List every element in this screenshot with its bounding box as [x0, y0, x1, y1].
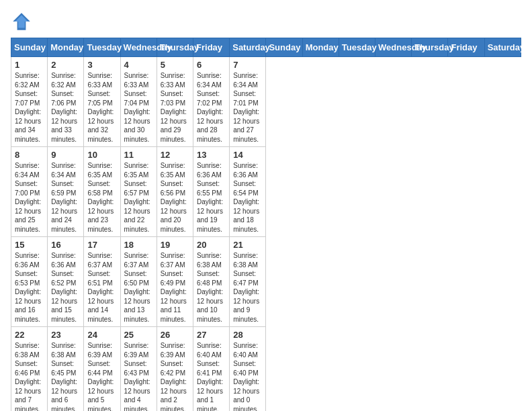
cell-info: Sunrise: 6:38 AM Sunset: 6:48 PM Dayligh…	[197, 251, 226, 324]
logo	[11, 11, 35, 32]
calendar-cell: 28Sunrise: 6:40 AM Sunset: 6:40 PM Dayli…	[230, 327, 266, 412]
cell-info: Sunrise: 6:37 AM Sunset: 6:51 PM Dayligh…	[87, 251, 116, 324]
day-number: 10	[87, 150, 116, 160]
day-number: 17	[87, 240, 116, 250]
calendar-cell: 18Sunrise: 6:37 AM Sunset: 6:50 PM Dayli…	[120, 237, 157, 327]
day-number: 16	[51, 240, 80, 250]
cell-info: Sunrise: 6:32 AM Sunset: 7:07 PM Dayligh…	[15, 71, 44, 144]
col-header-saturday: Saturday	[484, 38, 521, 57]
cell-info: Sunrise: 6:36 AM Sunset: 6:55 PM Dayligh…	[197, 161, 226, 234]
day-number: 13	[197, 150, 226, 160]
logo-icon	[11, 11, 32, 32]
calendar-cell: 26Sunrise: 6:39 AM Sunset: 6:42 PM Dayli…	[157, 327, 193, 412]
calendar-cell: 27Sunrise: 6:40 AM Sunset: 6:41 PM Dayli…	[193, 327, 230, 412]
day-number: 20	[197, 240, 226, 250]
cell-info: Sunrise: 6:37 AM Sunset: 6:50 PM Dayligh…	[124, 251, 153, 324]
calendar-week-4: 22Sunrise: 6:38 AM Sunset: 6:46 PM Dayli…	[11, 327, 521, 412]
cell-info: Sunrise: 6:40 AM Sunset: 6:40 PM Dayligh…	[233, 341, 262, 411]
header-monday: Monday	[48, 38, 84, 57]
calendar-cell: 20Sunrise: 6:38 AM Sunset: 6:48 PM Dayli…	[193, 237, 230, 327]
cell-info: Sunrise: 6:39 AM Sunset: 6:44 PM Dayligh…	[87, 341, 116, 411]
header-friday: Friday	[193, 38, 230, 57]
cell-info: Sunrise: 6:34 AM Sunset: 7:01 PM Dayligh…	[233, 71, 262, 144]
day-number: 27	[197, 330, 226, 340]
day-number: 14	[233, 150, 262, 160]
day-number: 11	[124, 150, 153, 160]
cell-info: Sunrise: 6:34 AM Sunset: 7:00 PM Dayligh…	[15, 161, 44, 234]
day-number: 1	[15, 60, 44, 70]
cell-info: Sunrise: 6:37 AM Sunset: 6:49 PM Dayligh…	[161, 251, 189, 324]
calendar-week-3: 15Sunrise: 6:36 AM Sunset: 6:53 PM Dayli…	[11, 237, 521, 327]
calendar-cell: 8Sunrise: 6:34 AM Sunset: 7:00 PM Daylig…	[11, 147, 48, 237]
cell-info: Sunrise: 6:36 AM Sunset: 6:52 PM Dayligh…	[51, 251, 80, 324]
cell-info: Sunrise: 6:38 AM Sunset: 6:45 PM Dayligh…	[51, 341, 80, 411]
calendar-cell: 1Sunrise: 6:32 AM Sunset: 7:07 PM Daylig…	[11, 57, 48, 147]
cell-info: Sunrise: 6:39 AM Sunset: 6:42 PM Dayligh…	[161, 341, 189, 411]
calendar-cell: 24Sunrise: 6:39 AM Sunset: 6:44 PM Dayli…	[84, 327, 120, 412]
day-number: 15	[15, 240, 44, 250]
calendar-week-1: 1Sunrise: 6:32 AM Sunset: 7:07 PM Daylig…	[11, 57, 521, 147]
calendar-cell: 25Sunrise: 6:39 AM Sunset: 6:43 PM Dayli…	[120, 327, 157, 412]
cell-info: Sunrise: 6:38 AM Sunset: 6:47 PM Dayligh…	[233, 251, 262, 324]
calendar-cell: 5Sunrise: 6:33 AM Sunset: 7:03 PM Daylig…	[157, 57, 193, 147]
calendar-cell: 23Sunrise: 6:38 AM Sunset: 6:45 PM Dayli…	[48, 327, 84, 412]
cell-info: Sunrise: 6:36 AM Sunset: 6:54 PM Dayligh…	[233, 161, 262, 234]
cell-info: Sunrise: 6:39 AM Sunset: 6:43 PM Dayligh…	[124, 341, 153, 411]
day-number: 2	[51, 60, 80, 70]
cell-info: Sunrise: 6:33 AM Sunset: 7:03 PM Dayligh…	[161, 71, 189, 144]
calendar-cell: 3Sunrise: 6:33 AM Sunset: 7:05 PM Daylig…	[84, 57, 120, 147]
cell-info: Sunrise: 6:35 AM Sunset: 6:58 PM Dayligh…	[87, 161, 116, 234]
col-header-friday: Friday	[448, 38, 484, 57]
page-header	[11, 11, 521, 32]
day-number: 19	[161, 240, 189, 250]
calendar-cell: 9Sunrise: 6:34 AM Sunset: 6:59 PM Daylig…	[48, 147, 84, 237]
day-number: 22	[15, 330, 44, 340]
calendar-cell: 19Sunrise: 6:37 AM Sunset: 6:49 PM Dayli…	[157, 237, 193, 327]
calendar-cell: 16Sunrise: 6:36 AM Sunset: 6:52 PM Dayli…	[48, 237, 84, 327]
calendar-week-2: 8Sunrise: 6:34 AM Sunset: 7:00 PM Daylig…	[11, 147, 521, 237]
day-number: 3	[87, 60, 116, 70]
cell-info: Sunrise: 6:40 AM Sunset: 6:41 PM Dayligh…	[197, 341, 226, 411]
day-number: 9	[51, 150, 80, 160]
calendar-cell: 22Sunrise: 6:38 AM Sunset: 6:46 PM Dayli…	[11, 327, 48, 412]
calendar-header-row: SundayMondayTuesdayWednesdayThursdayFrid…	[11, 38, 521, 57]
day-number: 12	[161, 150, 189, 160]
day-number: 25	[124, 330, 153, 340]
day-number: 23	[51, 330, 80, 340]
calendar-cell: 21Sunrise: 6:38 AM Sunset: 6:47 PM Dayli…	[230, 237, 266, 327]
cell-info: Sunrise: 6:33 AM Sunset: 7:04 PM Dayligh…	[124, 71, 153, 144]
day-number: 8	[15, 150, 44, 160]
calendar-cell: 14Sunrise: 6:36 AM Sunset: 6:54 PM Dayli…	[230, 147, 266, 237]
calendar-cell: 2Sunrise: 6:32 AM Sunset: 7:06 PM Daylig…	[48, 57, 84, 147]
day-number: 28	[233, 330, 262, 340]
cell-info: Sunrise: 6:36 AM Sunset: 6:53 PM Dayligh…	[15, 251, 44, 324]
cell-info: Sunrise: 6:33 AM Sunset: 7:05 PM Dayligh…	[87, 71, 116, 144]
calendar-cell: 7Sunrise: 6:34 AM Sunset: 7:01 PM Daylig…	[230, 57, 266, 147]
day-number: 7	[233, 60, 262, 70]
header-wednesday: Wednesday	[120, 38, 157, 57]
calendar-cell: 10Sunrise: 6:35 AM Sunset: 6:58 PM Dayli…	[84, 147, 120, 237]
cell-info: Sunrise: 6:35 AM Sunset: 6:57 PM Dayligh…	[124, 161, 153, 234]
col-header-tuesday: Tuesday	[339, 38, 375, 57]
header-thursday: Thursday	[157, 38, 193, 57]
cell-info: Sunrise: 6:34 AM Sunset: 7:02 PM Dayligh…	[197, 71, 226, 144]
col-header-wednesday: Wednesday	[375, 38, 412, 57]
header-sunday: Sunday	[11, 38, 48, 57]
header-saturday: Saturday	[230, 38, 266, 57]
calendar-cell: 6Sunrise: 6:34 AM Sunset: 7:02 PM Daylig…	[193, 57, 230, 147]
calendar-cell: 12Sunrise: 6:35 AM Sunset: 6:56 PM Dayli…	[157, 147, 193, 237]
day-number: 6	[197, 60, 226, 70]
day-number: 24	[87, 330, 116, 340]
calendar-cell: 13Sunrise: 6:36 AM Sunset: 6:55 PM Dayli…	[193, 147, 230, 237]
day-number: 5	[161, 60, 189, 70]
col-header-monday: Monday	[302, 38, 339, 57]
cell-info: Sunrise: 6:38 AM Sunset: 6:46 PM Dayligh…	[15, 341, 44, 411]
col-header-sunday: Sunday	[266, 38, 302, 57]
calendar-cell: 15Sunrise: 6:36 AM Sunset: 6:53 PM Dayli…	[11, 237, 48, 327]
day-number: 26	[161, 330, 189, 340]
day-number: 4	[124, 60, 153, 70]
calendar-cell: 11Sunrise: 6:35 AM Sunset: 6:57 PM Dayli…	[120, 147, 157, 237]
day-number: 21	[233, 240, 262, 250]
day-number: 18	[124, 240, 153, 250]
calendar-cell: 4Sunrise: 6:33 AM Sunset: 7:04 PM Daylig…	[120, 57, 157, 147]
